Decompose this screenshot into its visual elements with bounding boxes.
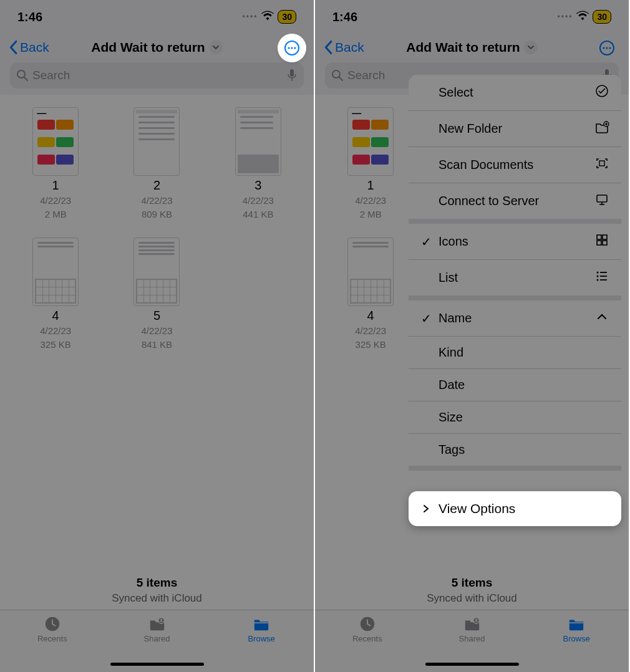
file-item[interactable]: 54/22/23841 KB (111, 238, 202, 350)
status-time: 1:46 (332, 10, 357, 24)
folder-icon (252, 615, 271, 633)
navigation-bar: Back Add Wait to return (0, 34, 314, 61)
phone-left: 1:46 •••• 30 Back Add Wait to return Sea… (0, 0, 315, 672)
file-date: 4/22/23 (141, 325, 172, 337)
tab-browse-label: Browse (248, 634, 275, 643)
cellular-dots-icon: •••• (558, 12, 573, 21)
back-button[interactable]: Back (7, 34, 49, 61)
menu-separator (409, 466, 621, 471)
file-item[interactable]: 24/22/23809 KB (111, 107, 202, 220)
nav-title-text: Add Wait to return (406, 40, 520, 55)
menu-separator (409, 219, 621, 224)
tab-recents-label: Recents (352, 634, 382, 643)
menu-sort-size[interactable]: Size (409, 401, 621, 434)
sync-status: Synced with iCloud (0, 592, 314, 605)
navigation-bar: Back Add Wait to return (315, 34, 629, 61)
tab-recents[interactable]: Recents (315, 615, 420, 672)
file-date: 4/22/23 (141, 195, 172, 206)
file-name: 4 (52, 309, 59, 323)
search-placeholder: Search (32, 69, 283, 82)
menu-scan-documents[interactable]: Scan Documents (409, 147, 621, 183)
home-indicator[interactable] (425, 663, 519, 666)
tab-shared-label: Shared (144, 634, 170, 643)
file-item[interactable]: 44/22/23325 KB (10, 238, 101, 350)
file-date: 4/22/23 (243, 195, 274, 206)
svg-point-36 (597, 279, 599, 281)
file-item[interactable]: ▬▬▬14/22/232 MB (10, 107, 101, 220)
menu-select[interactable]: Select (409, 75, 621, 111)
svg-point-1 (288, 47, 289, 49)
clock-icon (43, 615, 62, 633)
search-field[interactable]: Search (10, 62, 304, 89)
chevron-up-icon (594, 309, 610, 327)
svg-point-40 (475, 619, 477, 621)
svg-line-5 (24, 77, 27, 80)
file-grid-area: ▬▬▬14/22/232 MB24/22/23809 KB34/22/23441… (0, 95, 314, 610)
menu-view-icons[interactable]: ✓ Icons (409, 224, 621, 260)
svg-point-32 (597, 272, 599, 274)
search-bar-container: Search (0, 61, 314, 95)
folder-icon (567, 615, 586, 633)
menu-new-folder-label: New Folder (439, 122, 588, 136)
nav-title[interactable]: Add Wait to return (406, 40, 537, 55)
context-menu: Select New Folder Scan Documents Connect… (409, 75, 621, 503)
shared-folder-icon (148, 615, 167, 633)
shared-folder-icon (463, 615, 482, 633)
wifi-icon (261, 11, 274, 23)
menu-sort-name[interactable]: ✓ Name (409, 300, 621, 337)
status-bar: 1:46 •••• 30 (0, 0, 314, 34)
file-item[interactable]: ▬▬▬14/22/232 MB (325, 107, 416, 220)
nav-title[interactable]: Add Wait to return (91, 40, 222, 55)
menu-new-folder[interactable]: New Folder (409, 111, 621, 147)
menu-select-label: Select (439, 85, 588, 100)
file-date: 4/22/23 (40, 195, 71, 206)
tab-recents[interactable]: Recents (0, 615, 105, 672)
clock-icon (358, 615, 377, 633)
checkmark-circle-icon (594, 84, 610, 102)
menu-date-label: Date (439, 378, 588, 392)
folder-summary: 5 items Synced with iCloud (315, 576, 629, 605)
file-item[interactable]: 44/22/23325 KB (325, 238, 416, 350)
menu-sort-kind[interactable]: Kind (409, 337, 621, 369)
nav-title-text: Add Wait to return (91, 40, 205, 55)
checkmark-icon: ✓ (420, 311, 432, 326)
home-indicator[interactable] (110, 663, 204, 666)
svg-point-13 (603, 47, 604, 49)
scan-icon (594, 156, 610, 174)
svg-line-17 (339, 77, 342, 80)
tab-shared-label: Shared (459, 634, 485, 643)
menu-sort-date[interactable]: Date (409, 369, 621, 401)
menu-connect-server[interactable]: Connect to Server (409, 183, 621, 219)
svg-rect-30 (597, 241, 601, 245)
mic-icon[interactable] (286, 68, 298, 83)
svg-rect-29 (603, 235, 607, 239)
file-size: 325 KB (41, 339, 71, 350)
menu-view-options[interactable]: View Options (409, 491, 621, 526)
svg-rect-31 (603, 241, 607, 245)
item-count: 5 items (315, 576, 629, 590)
more-button[interactable] (280, 36, 304, 60)
status-bar: 1:46 •••• 30 (315, 0, 629, 34)
search-icon (16, 69, 29, 82)
more-button[interactable] (595, 36, 619, 60)
file-size: 2 MB (45, 209, 67, 220)
tab-browse[interactable]: Browse (524, 615, 629, 672)
file-item[interactable]: 34/22/23441 KB (213, 107, 304, 220)
file-size: 441 KB (243, 209, 273, 220)
svg-point-34 (597, 276, 599, 277)
file-name: 1 (367, 178, 374, 193)
back-button[interactable]: Back (322, 34, 364, 61)
chevron-down-icon (209, 41, 223, 54)
phone-right: 1:46 •••• 30 Back Add Wait to return Sea… (315, 0, 630, 672)
svg-point-14 (606, 47, 608, 49)
file-name: 3 (254, 178, 261, 193)
menu-list-label: List (439, 271, 588, 285)
file-size: 325 KB (356, 339, 386, 350)
file-name: 1 (52, 178, 59, 193)
file-date: 4/22/23 (355, 195, 386, 206)
tab-browse[interactable]: Browse (209, 615, 314, 672)
menu-sort-tags[interactable]: Tags (409, 434, 621, 466)
svg-rect-6 (290, 69, 294, 77)
menu-view-list[interactable]: List (409, 260, 621, 295)
menu-kind-label: Kind (439, 345, 588, 360)
